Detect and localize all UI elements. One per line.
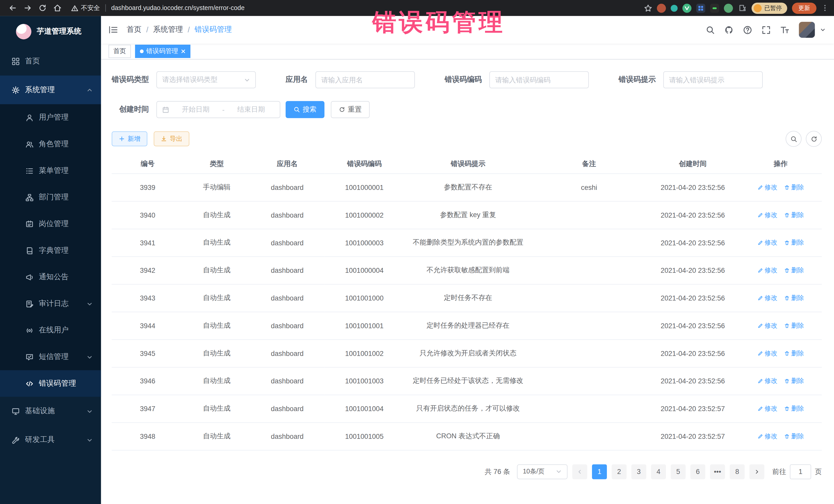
start-date-placeholder[interactable]: 开始日期 <box>172 105 219 114</box>
export-button[interactable]: 导出 <box>154 131 190 146</box>
app-logo[interactable]: 芋道管理系统 <box>0 16 101 47</box>
edit-link[interactable]: 修改 <box>757 293 777 302</box>
edit-link[interactable]: 修改 <box>757 211 777 219</box>
error-type-select[interactable]: 请选择错误码类型 <box>156 71 256 88</box>
sidebar-item-roles[interactable]: 角色管理 <box>0 131 101 158</box>
error-hint-input[interactable] <box>669 76 757 84</box>
delete-link[interactable]: 删除 <box>784 183 804 192</box>
edit-link[interactable]: 修改 <box>757 432 777 441</box>
delete-link[interactable]: 删除 <box>784 238 804 247</box>
delete-link[interactable]: 删除 <box>784 211 804 219</box>
edit-label: 修改 <box>765 293 777 302</box>
extension-icon[interactable] <box>657 3 666 12</box>
edit-link[interactable]: 修改 <box>757 321 777 330</box>
sidebar-item-dict[interactable]: 字典管理 <box>0 237 101 264</box>
edit-link[interactable]: 修改 <box>757 376 777 385</box>
security-chip[interactable]: 不安全 <box>71 3 100 12</box>
page-button-4[interactable]: 4 <box>651 464 666 479</box>
goto-page: 前往 页 <box>772 464 822 479</box>
page-button-6[interactable]: 6 <box>690 464 705 479</box>
forward-button[interactable] <box>23 4 32 12</box>
delete-link[interactable]: 删除 <box>784 349 804 358</box>
edit-label: 修改 <box>765 266 777 275</box>
reload-button[interactable] <box>38 4 47 12</box>
vue-devtools-icon[interactable] <box>682 3 691 12</box>
breadcrumb-home[interactable]: 首页 <box>127 25 141 35</box>
extension-grid-icon[interactable] <box>696 3 705 12</box>
edit-link[interactable]: 修改 <box>757 266 777 275</box>
github-icon[interactable] <box>724 25 733 34</box>
sidebar-item-online-users[interactable]: 在线用户 <box>0 317 101 344</box>
fullscreen-icon[interactable] <box>762 25 771 34</box>
page-size-select[interactable]: 10条/页 <box>517 464 568 479</box>
date-range-picker[interactable]: 开始日期 - 结束日期 <box>156 101 280 118</box>
extension-paw-icon[interactable] <box>724 3 733 12</box>
cell-code: 1001001000 <box>324 284 404 312</box>
home-button[interactable] <box>53 4 62 12</box>
end-date-placeholder[interactable]: 结束日期 <box>227 105 274 114</box>
sidebar-item-sms[interactable]: 短信管理 <box>0 344 101 370</box>
page-button-1[interactable]: 1 <box>592 464 607 479</box>
page-button-3[interactable]: 3 <box>631 464 646 479</box>
sidebar-item-menus[interactable]: 菜单管理 <box>0 158 101 184</box>
reset-button[interactable]: 重置 <box>331 101 370 118</box>
sidebar-item-notice[interactable]: 通知公告 <box>0 264 101 290</box>
delete-link[interactable]: 删除 <box>784 266 804 275</box>
delete-link[interactable]: 删除 <box>784 404 804 413</box>
edit-link[interactable]: 修改 <box>757 404 777 413</box>
add-button[interactable]: 新增 <box>112 131 147 146</box>
profile-paused-badge[interactable]: 已暂停 <box>752 2 787 14</box>
sidebar-item-departments[interactable]: 部门管理 <box>0 184 101 211</box>
bookmark-star-icon[interactable] <box>644 4 652 12</box>
tab-home[interactable]: 首页 <box>109 45 131 58</box>
browser-menu-icon[interactable] <box>821 4 829 12</box>
sidebar-item-audit-log[interactable]: 审计日志 <box>0 290 101 317</box>
font-size-icon[interactable] <box>781 25 789 34</box>
delete-link[interactable]: 删除 <box>784 376 804 385</box>
collapse-sidebar-button[interactable] <box>109 25 118 35</box>
delete-link[interactable]: 删除 <box>784 432 804 441</box>
sidebar-item-users[interactable]: 用户管理 <box>0 104 101 131</box>
refresh-table-button[interactable] <box>806 131 822 147</box>
page-button-2[interactable]: 2 <box>612 464 627 479</box>
sidebar-item-error-code[interactable]: 错误码管理 <box>0 370 101 397</box>
page-button-8[interactable]: 8 <box>730 464 745 479</box>
back-button[interactable] <box>8 4 17 12</box>
sidebar-item-dev-tools[interactable]: 研发工具 <box>0 425 101 454</box>
chevron-down-icon[interactable] <box>820 27 826 32</box>
chevron-down-icon <box>87 408 93 414</box>
search-icon[interactable] <box>706 25 715 34</box>
tab-error-code[interactable]: 错误码管理 <box>135 45 191 58</box>
update-button[interactable]: 更新 <box>792 2 816 14</box>
close-tab-icon[interactable] <box>181 49 186 54</box>
extension-icon[interactable] <box>671 5 678 12</box>
delete-link[interactable]: 删除 <box>784 321 804 330</box>
delete-label: 删除 <box>791 183 804 192</box>
breadcrumb-separator: / <box>146 25 148 34</box>
extension-on-icon[interactable] <box>710 3 719 12</box>
next-page-button[interactable] <box>749 464 764 479</box>
breadcrumb-system[interactable]: 系统管理 <box>153 25 183 35</box>
toggle-search-button[interactable] <box>786 131 802 147</box>
puzzle-extensions-icon[interactable] <box>738 3 747 12</box>
edit-link[interactable]: 修改 <box>757 349 777 358</box>
error-code-input[interactable] <box>495 76 583 84</box>
page-button-5[interactable]: 5 <box>671 464 686 479</box>
sidebar-item-posts[interactable]: 岗位管理 <box>0 211 101 237</box>
search-button[interactable]: 搜索 <box>286 101 324 118</box>
app-name-input[interactable] <box>321 76 409 84</box>
menu-label: 基础设施 <box>25 407 81 416</box>
sidebar-item-home[interactable]: 首页 <box>0 47 101 75</box>
edit-link[interactable]: 修改 <box>757 238 777 247</box>
delete-link[interactable]: 删除 <box>784 293 804 302</box>
url-bar[interactable]: dashboard.yudao.iocoder.cn/system/error-… <box>111 4 245 12</box>
help-icon[interactable] <box>743 25 752 34</box>
cell-code: 1001001001 <box>324 312 404 339</box>
page-ellipsis-button[interactable]: ••• <box>710 464 725 479</box>
sidebar-item-infrastructure[interactable]: 基础设施 <box>0 397 101 425</box>
sidebar-item-system[interactable]: 系统管理 <box>0 75 101 104</box>
goto-page-input[interactable] <box>790 464 811 479</box>
edit-link[interactable]: 修改 <box>757 183 777 192</box>
user-avatar[interactable] <box>799 22 815 38</box>
prev-page-button[interactable] <box>572 464 587 479</box>
